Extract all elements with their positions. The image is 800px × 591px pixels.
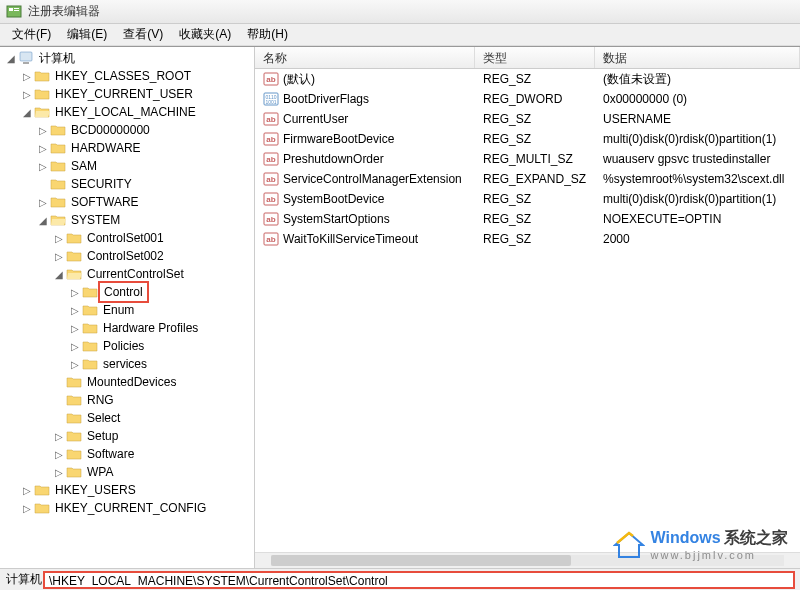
expander-icon[interactable]: ▷: [36, 195, 50, 209]
menu-edit[interactable]: 编辑(E): [59, 24, 115, 45]
expander-icon[interactable]: ◢: [20, 105, 34, 119]
expander-icon[interactable]: [36, 177, 50, 191]
expander-icon[interactable]: ▷: [36, 159, 50, 173]
list-row[interactable]: abCurrentUserREG_SZUSERNAME: [255, 109, 800, 129]
tree-node[interactable]: MountedDevices: [0, 373, 254, 391]
expander-icon[interactable]: ▷: [68, 303, 82, 317]
svg-text:ab: ab: [266, 235, 275, 244]
tree-node[interactable]: ▷ ControlSet001: [0, 229, 254, 247]
expander-icon[interactable]: ▷: [20, 69, 34, 83]
tree-node[interactable]: ▷ Enum: [0, 301, 254, 319]
expander-icon[interactable]: ▷: [52, 249, 66, 263]
cell-name: abPreshutdownOrder: [255, 149, 475, 169]
tree-label: Enum: [101, 302, 136, 318]
expander-icon[interactable]: ▷: [52, 447, 66, 461]
list-row[interactable]: abFirmwareBootDeviceREG_SZmulti(0)disk(0…: [255, 129, 800, 149]
value-name: ServiceControlManagerExtension: [283, 172, 462, 186]
tree-node[interactable]: SECURITY: [0, 175, 254, 193]
expander-icon[interactable]: ▷: [20, 501, 34, 515]
svg-text:ab: ab: [266, 175, 275, 184]
svg-text:ab: ab: [266, 115, 275, 124]
list-row[interactable]: abSystemStartOptionsREG_SZ NOEXECUTE=OPT…: [255, 209, 800, 229]
tree-node[interactable]: ▷ HARDWARE: [0, 139, 254, 157]
tree-node[interactable]: ▷ Software: [0, 445, 254, 463]
expander-icon[interactable]: ▷: [68, 321, 82, 335]
tree-node[interactable]: RNG: [0, 391, 254, 409]
menu-help[interactable]: 帮助(H): [239, 24, 296, 45]
horizontal-scrollbar[interactable]: [255, 552, 800, 568]
tree-node-hkcu[interactable]: ▷ HKEY_CURRENT_USER: [0, 85, 254, 103]
menu-file[interactable]: 文件(F): [4, 24, 59, 45]
cell-type: REG_DWORD: [475, 90, 595, 108]
tree-node-hku[interactable]: ▷ HKEY_USERS: [0, 481, 254, 499]
tree-node[interactable]: ▷ Setup: [0, 427, 254, 445]
svg-text:1001: 1001: [265, 99, 276, 105]
tree-node[interactable]: Select: [0, 409, 254, 427]
tree-node-control[interactable]: ▷ Control: [0, 283, 254, 301]
tree-node[interactable]: ▷ ControlSet002: [0, 247, 254, 265]
svg-rect-5: [23, 62, 29, 64]
tree-label: BCD00000000: [69, 122, 152, 138]
expander-icon[interactable]: ▷: [36, 123, 50, 137]
cell-name: abCurrentUser: [255, 109, 475, 129]
tree-label: WPA: [85, 464, 115, 480]
tree-node-hkcr[interactable]: ▷ HKEY_CLASSES_ROOT: [0, 67, 254, 85]
list-panel: 名称 类型 数据 ab(默认)REG_SZ(数值未设置)01101001Boot…: [255, 47, 800, 568]
folder-open-icon: [66, 267, 82, 281]
expander-icon[interactable]: ▷: [20, 87, 34, 101]
menu-view[interactable]: 查看(V): [115, 24, 171, 45]
expander-icon[interactable]: ▷: [68, 285, 82, 299]
expander-icon[interactable]: ◢: [36, 213, 50, 227]
column-header-type[interactable]: 类型: [475, 47, 595, 68]
column-header-data[interactable]: 数据: [595, 47, 800, 68]
cell-type: REG_SZ: [475, 190, 595, 208]
expander-icon[interactable]: ◢: [4, 51, 18, 65]
list-row[interactable]: 01101001BootDriverFlagsREG_DWORD0x000000…: [255, 89, 800, 109]
value-name: FirmwareBootDevice: [283, 132, 394, 146]
tree-node-ccs[interactable]: ◢ CurrentControlSet: [0, 265, 254, 283]
list-row[interactable]: abWaitToKillServiceTimeoutREG_SZ2000: [255, 229, 800, 249]
list-row[interactable]: abServiceControlManagerExtensionREG_EXPA…: [255, 169, 800, 189]
column-header-name[interactable]: 名称: [255, 47, 475, 68]
tree-label: SAM: [69, 158, 99, 174]
tree-node-computer[interactable]: ◢ 计算机: [0, 49, 254, 67]
expander-icon[interactable]: ◢: [52, 267, 66, 281]
tree-node-hkcc[interactable]: ▷ HKEY_CURRENT_CONFIG: [0, 499, 254, 517]
cell-type: REG_SZ: [475, 130, 595, 148]
tree-node[interactable]: ▷ WPA: [0, 463, 254, 481]
folder-icon: [66, 429, 82, 443]
expander-icon[interactable]: ▷: [52, 465, 66, 479]
list-body[interactable]: ab(默认)REG_SZ(数值未设置)01101001BootDriverFla…: [255, 69, 800, 552]
tree-node[interactable]: ▷ Hardware Profiles: [0, 319, 254, 337]
tree-node[interactable]: ▷ BCD00000000: [0, 121, 254, 139]
tree-node-hklm[interactable]: ◢ HKEY_LOCAL_MACHINE: [0, 103, 254, 121]
tree-node[interactable]: ▷ SOFTWARE: [0, 193, 254, 211]
cell-data: multi(0)disk(0)rdisk(0)partition(1): [595, 190, 800, 208]
computer-icon: [18, 51, 34, 65]
tree-panel[interactable]: ◢ 计算机 ▷ HKEY_CLASSES_ROOT ▷ HKEY_CURRENT…: [0, 47, 255, 568]
tree-node[interactable]: ▷ services: [0, 355, 254, 373]
expander-icon[interactable]: ▷: [68, 339, 82, 353]
tree-node[interactable]: ▷ SAM: [0, 157, 254, 175]
expander-icon[interactable]: [52, 375, 66, 389]
list-row[interactable]: abPreshutdownOrderREG_MULTI_SZwuauserv g…: [255, 149, 800, 169]
list-row[interactable]: abSystemBootDeviceREG_SZmulti(0)disk(0)r…: [255, 189, 800, 209]
expander-icon[interactable]: [52, 411, 66, 425]
menu-favorites[interactable]: 收藏夹(A): [171, 24, 239, 45]
string-value-icon: ab: [263, 131, 279, 147]
expander-icon[interactable]: ▷: [68, 357, 82, 371]
expander-icon[interactable]: ▷: [52, 231, 66, 245]
svg-text:ab: ab: [266, 75, 275, 84]
tree-node[interactable]: ▷ Policies: [0, 337, 254, 355]
value-name: WaitToKillServiceTimeout: [283, 232, 418, 246]
list-row[interactable]: ab(默认)REG_SZ(数值未设置): [255, 69, 800, 89]
expander-icon[interactable]: ▷: [52, 429, 66, 443]
tree-label: services: [101, 356, 149, 372]
tree-label: Software: [85, 446, 136, 462]
scroll-thumb[interactable]: [271, 555, 571, 566]
expander-icon[interactable]: [52, 393, 66, 407]
tree-node-system[interactable]: ◢ SYSTEM: [0, 211, 254, 229]
svg-rect-4: [20, 52, 32, 61]
expander-icon[interactable]: ▷: [20, 483, 34, 497]
expander-icon[interactable]: ▷: [36, 141, 50, 155]
